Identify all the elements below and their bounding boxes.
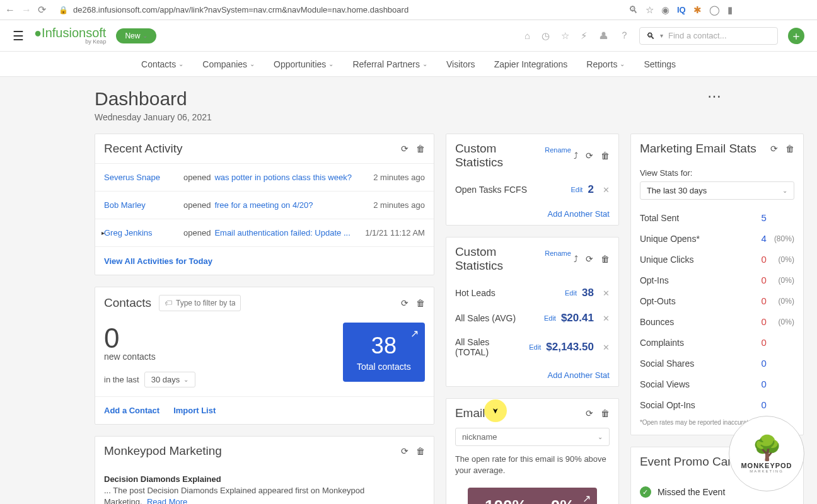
mstat-row[interactable]: Total Sent5 bbox=[640, 207, 794, 228]
ext-icon-2[interactable]: ✱ bbox=[693, 4, 702, 16]
forward-icon[interactable]: → bbox=[21, 4, 32, 16]
view-all-link[interactable]: View All Activities for Today bbox=[104, 256, 212, 266]
nav-settings[interactable]: Settings bbox=[644, 59, 676, 69]
ext-icon-iq[interactable]: IQ bbox=[677, 5, 686, 14]
edit-link[interactable]: Edit bbox=[571, 186, 582, 193]
page-title: Dashboard bbox=[95, 88, 212, 110]
import-list-link[interactable]: Import List bbox=[173, 406, 216, 415]
add-stat-link[interactable]: Add Another Stat bbox=[548, 209, 610, 219]
refresh-icon[interactable]: ⟳ bbox=[401, 446, 408, 456]
days-select[interactable]: 30 days⌄ bbox=[144, 372, 196, 387]
reload-icon[interactable]: ⟳ bbox=[38, 4, 46, 16]
monkeypod-badge[interactable]: 🌳 MONKEYPOD MARKETING bbox=[729, 416, 804, 491]
content: Dashboard Wednesday January 06, 2021 ⋯ R… bbox=[0, 77, 817, 504]
recent-activity-card: Recent Activity ⟳ 🗑︎ Severus Snape opene… bbox=[95, 134, 434, 275]
browser-icons: 🔍︎ ☆ ◉ IQ ✱ ◯ ▮ bbox=[629, 4, 733, 16]
clock-icon[interactable]: ◷ bbox=[542, 30, 550, 42]
share-icon[interactable]: ⤴︎ bbox=[574, 151, 578, 161]
new-button[interactable]: New ⌄ bbox=[116, 28, 156, 43]
total-contacts-card[interactable]: ↗ 38 Total contacts bbox=[343, 323, 425, 382]
caret-icon[interactable]: ▸ bbox=[101, 229, 105, 236]
ext-icon-1[interactable]: ◉ bbox=[661, 4, 669, 16]
email-select[interactable]: nickname⌄ bbox=[455, 428, 610, 446]
remove-icon[interactable]: ✕ bbox=[603, 343, 610, 352]
mstat-row[interactable]: Social Opt-Ins0 bbox=[640, 394, 794, 415]
menu-icon[interactable]: ▮ bbox=[727, 4, 733, 16]
rename-link[interactable]: Rename bbox=[545, 249, 571, 257]
user-icon[interactable]: 👤︎ bbox=[599, 30, 608, 41]
help-icon[interactable]: ？ bbox=[620, 30, 629, 42]
mstat-row[interactable]: Unique Opens*4(80%) bbox=[640, 228, 794, 249]
card-title: Marketing Email Stats bbox=[640, 142, 756, 156]
actor-link[interactable]: Severus Snape bbox=[104, 173, 180, 182]
trash-icon[interactable]: 🗑︎ bbox=[416, 446, 425, 456]
add-contact-link[interactable]: Add a Contact bbox=[104, 406, 159, 415]
page-head: Dashboard Wednesday January 06, 2021 ⋯ bbox=[95, 88, 722, 122]
refresh-icon[interactable]: ⟳ bbox=[586, 151, 593, 161]
app-header: ☰ ●Infusionsoft by Keap New ⌄ ⌂ ◷ ☆ ⚡︎ 👤… bbox=[0, 20, 817, 52]
mstat-row[interactable]: Unique Clicks0(0%) bbox=[640, 249, 794, 270]
trash-icon[interactable]: 🗑︎ bbox=[601, 254, 610, 264]
url-box[interactable]: 🔒 de268.infusionsoft.com/app/nav/link?na… bbox=[54, 3, 621, 18]
filter-input[interactable]: 🏷︎ bbox=[159, 295, 241, 311]
external-icon[interactable]: ↗ bbox=[582, 493, 591, 504]
custom-stats-card-2: Custom Statistics Rename ⤴︎ ⟳ 🗑︎ Hot Lea… bbox=[446, 237, 619, 387]
edit-link[interactable]: Edit bbox=[565, 289, 577, 297]
share-icon[interactable]: ⤴︎ bbox=[574, 254, 578, 264]
remove-icon[interactable]: ✕ bbox=[603, 314, 610, 323]
nav-opportunities[interactable]: Opportunities⌄ bbox=[274, 59, 333, 69]
trash-icon[interactable]: 🗑︎ bbox=[601, 408, 610, 418]
external-icon[interactable]: ↗ bbox=[410, 328, 419, 340]
refresh-icon[interactable]: ⟳ bbox=[770, 144, 778, 154]
refresh-icon[interactable]: ⟳ bbox=[586, 254, 593, 264]
trash-icon[interactable]: 🗑︎ bbox=[416, 144, 425, 154]
more-icon[interactable]: ⋯ bbox=[707, 88, 722, 105]
remove-icon[interactable]: ✕ bbox=[603, 289, 610, 298]
back-icon[interactable]: ← bbox=[5, 4, 15, 16]
refresh-icon[interactable]: ⟳ bbox=[586, 408, 593, 418]
page-date: Wednesday January 06, 2021 bbox=[95, 112, 212, 122]
object-link[interactable]: Email authentication failed: Update ... bbox=[214, 228, 352, 238]
star-icon[interactable]: ☆ bbox=[646, 4, 654, 16]
object-link[interactable]: free for a meeting on 4/20? bbox=[214, 200, 352, 210]
home-icon[interactable]: ⌂ bbox=[524, 30, 530, 41]
nav-visitors[interactable]: Visitors bbox=[446, 59, 475, 69]
mstat-row[interactable]: Opt-Ins0(0%) bbox=[640, 270, 794, 290]
mstat-row[interactable]: Opt-Outs0(0%) bbox=[640, 290, 794, 311]
rename-link[interactable]: Rename bbox=[545, 146, 571, 154]
nav-zapier[interactable]: Zapier Integrations bbox=[494, 59, 568, 69]
trash-icon[interactable]: 🗑︎ bbox=[785, 144, 794, 154]
edit-link[interactable]: Edit bbox=[529, 343, 541, 351]
mstat-row[interactable]: Bounces0(0%) bbox=[640, 311, 794, 332]
mstat-row[interactable]: Social Views0 bbox=[640, 374, 794, 394]
edit-link[interactable]: Edit bbox=[544, 314, 556, 322]
refresh-icon[interactable]: ⟳ bbox=[401, 144, 408, 154]
refresh-icon[interactable]: ⟳ bbox=[401, 298, 408, 308]
add-button[interactable]: ＋ bbox=[788, 28, 804, 44]
hamburger-icon[interactable]: ☰ bbox=[13, 28, 24, 43]
star2-icon[interactable]: ☆ bbox=[561, 30, 569, 42]
remove-icon[interactable]: ✕ bbox=[603, 185, 610, 195]
trash-icon[interactable]: 🗑︎ bbox=[601, 151, 610, 161]
card-title: Email bbox=[455, 406, 485, 420]
search-box[interactable]: 🔍︎ ▾ bbox=[639, 27, 778, 45]
actor-link[interactable]: Bob Marley bbox=[104, 200, 180, 210]
mstat-row[interactable]: Complaints0 bbox=[640, 332, 794, 353]
mstat-row[interactable]: Social Shares0 bbox=[640, 353, 794, 374]
logo[interactable]: ●Infusionsoft by Keap bbox=[34, 26, 106, 45]
profile-icon[interactable]: ◯ bbox=[709, 4, 720, 16]
header-icons: ⌂ ◷ ☆ ⚡︎ 👤︎ ？ bbox=[524, 30, 629, 42]
period-select[interactable]: The last 30 days⌄ bbox=[640, 181, 794, 200]
nav-referral[interactable]: Referral Partners⌄ bbox=[352, 59, 427, 69]
nav-reports[interactable]: Reports⌄ bbox=[586, 59, 625, 69]
nav-contacts[interactable]: Contacts⌄ bbox=[141, 59, 183, 69]
trash-icon[interactable]: 🗑︎ bbox=[416, 298, 425, 308]
bolt-icon[interactable]: ⚡︎ bbox=[581, 30, 588, 42]
search-input[interactable] bbox=[668, 31, 774, 40]
read-more-link[interactable]: Read More bbox=[147, 497, 187, 504]
add-stat-link[interactable]: Add Another Stat bbox=[548, 370, 610, 380]
actor-link[interactable]: Greg Jenkins bbox=[104, 228, 180, 238]
search-icon[interactable]: 🔍︎ bbox=[629, 4, 638, 15]
object-link[interactable]: was potter in potions class this week? bbox=[214, 173, 352, 182]
nav-companies[interactable]: Companies⌄ bbox=[202, 59, 255, 69]
